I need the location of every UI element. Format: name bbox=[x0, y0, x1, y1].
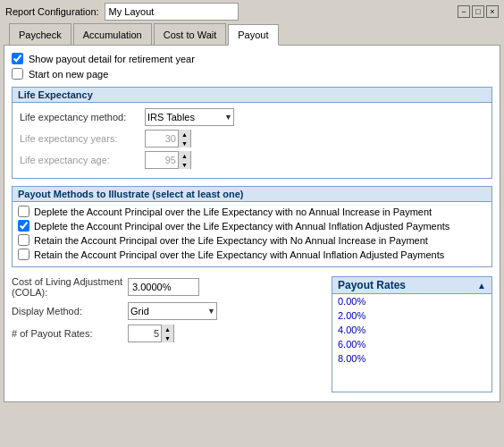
tab-payout[interactable]: Payout bbox=[228, 24, 278, 46]
cola-input[interactable] bbox=[128, 278, 199, 296]
tab-cost-to-wait[interactable]: Cost to Wait bbox=[154, 23, 227, 45]
age-up-button[interactable]: ▲ bbox=[178, 151, 190, 160]
rate-item-3[interactable]: 6.00% bbox=[332, 337, 491, 351]
age-down-button[interactable]: ▼ bbox=[178, 160, 190, 169]
payout-option-3-label: Retain the Account Principal over the Li… bbox=[34, 235, 428, 246]
years-spinner[interactable]: ▲ ▼ bbox=[145, 130, 191, 148]
payout-rates-spinner[interactable]: ▲ ▼ bbox=[128, 325, 174, 342]
payout-rates-scrollbar-up[interactable]: ▲ bbox=[477, 281, 486, 291]
years-down-button[interactable]: ▼ bbox=[178, 139, 190, 148]
minimize-button[interactable]: − bbox=[458, 5, 470, 18]
payout-rates-up-button[interactable]: ▲ bbox=[161, 325, 173, 333]
tab-paycheck[interactable]: Paycheck bbox=[9, 23, 71, 45]
payout-option-2-label: Deplete the Account Principal over the L… bbox=[34, 221, 449, 232]
age-input[interactable] bbox=[146, 152, 178, 168]
report-config-label: Report Configuration: bbox=[5, 6, 99, 17]
method-select[interactable]: IRS Tables Custom bbox=[145, 108, 234, 126]
age-label: Life expectancy age: bbox=[20, 155, 145, 165]
rate-item-2[interactable]: 4.00% bbox=[332, 323, 491, 337]
years-up-button[interactable]: ▲ bbox=[178, 130, 190, 139]
start-new-page-checkbox[interactable] bbox=[12, 68, 23, 80]
rate-item-1[interactable]: 2.00% bbox=[332, 308, 491, 323]
life-expectancy-title: Life Expectancy bbox=[13, 88, 491, 103]
cola-label: Cost of Living Adjustment (COLA): bbox=[12, 276, 128, 298]
payout-option-1-label: Deplete the Account Principal over the L… bbox=[34, 207, 432, 217]
years-input[interactable] bbox=[146, 131, 178, 147]
show-payout-checkbox[interactable] bbox=[12, 53, 23, 64]
age-spinner[interactable]: ▲ ▼ bbox=[145, 151, 191, 169]
payout-rates-box: Payout Rates ▲ 0.00% 2.00% 4.00% 6.00% 8… bbox=[332, 276, 492, 392]
payout-rates-input[interactable] bbox=[129, 325, 161, 342]
payout-option-1-checkbox[interactable] bbox=[18, 206, 29, 217]
payout-rates-box-title: Payout Rates ▲ bbox=[332, 277, 491, 294]
payout-rates-label: # of Payout Rates: bbox=[12, 328, 128, 339]
display-method-label: Display Method: bbox=[12, 306, 128, 316]
method-label: Life expectancy method: bbox=[20, 112, 145, 122]
show-payout-label: Show payout detail for retirement year bbox=[29, 54, 195, 64]
close-button[interactable]: × bbox=[486, 5, 499, 18]
payout-option-1: Deplete the Account Principal over the L… bbox=[18, 206, 486, 217]
tab-accumulation[interactable]: Accumulation bbox=[73, 23, 152, 45]
payout-option-3-checkbox[interactable] bbox=[18, 234, 29, 246]
years-label: Life expectancy years: bbox=[20, 133, 145, 144]
payout-methods-group: Payout Methods to Illustrate (select at … bbox=[12, 186, 492, 267]
rate-item-0[interactable]: 0.00% bbox=[332, 294, 491, 308]
payout-option-2: Deplete the Account Principal over the L… bbox=[18, 220, 486, 232]
payout-option-2-checkbox[interactable] bbox=[18, 220, 29, 232]
payout-rates-list: 0.00% 2.00% 4.00% 6.00% 8.00% bbox=[332, 294, 491, 366]
rate-item-4[interactable]: 8.00% bbox=[332, 351, 491, 366]
payout-option-4-label: Retain the Account Principal over the Li… bbox=[34, 249, 444, 260]
report-config-input[interactable] bbox=[105, 3, 239, 21]
life-expectancy-group: Life Expectancy Life expectancy method: … bbox=[12, 87, 492, 179]
payout-option-3: Retain the Account Principal over the Li… bbox=[18, 234, 486, 246]
payout-option-4: Retain the Account Principal over the Li… bbox=[18, 249, 486, 260]
payout-methods-title: Payout Methods to Illustrate (select at … bbox=[13, 187, 491, 202]
start-new-page-label: Start on new page bbox=[29, 69, 108, 80]
restore-button[interactable]: □ bbox=[472, 5, 484, 18]
display-method-select[interactable]: Grid List Chart bbox=[128, 302, 217, 320]
payout-rates-down-button[interactable]: ▼ bbox=[161, 333, 173, 342]
payout-option-4-checkbox[interactable] bbox=[18, 249, 29, 260]
